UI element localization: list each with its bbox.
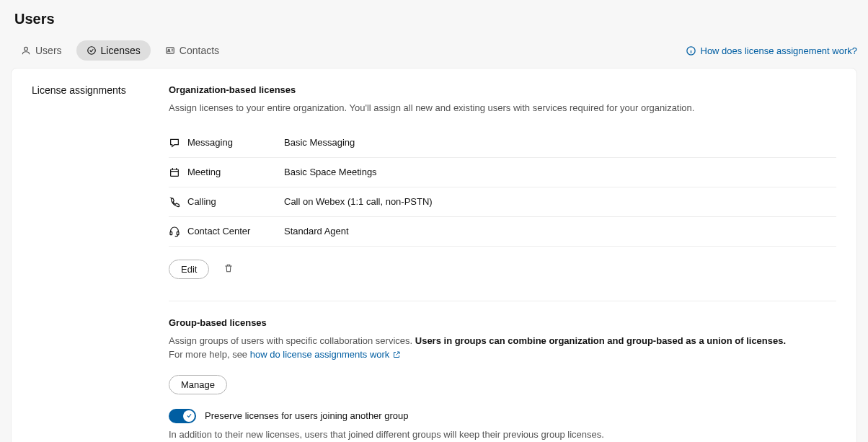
svg-point-1 xyxy=(87,47,95,55)
license-label-meeting: Meeting xyxy=(169,167,284,178)
svg-point-0 xyxy=(25,47,28,50)
calling-icon xyxy=(169,196,180,208)
section-body: Organization-based licenses Assign licen… xyxy=(169,84,836,440)
license-label-contact-center: Contact Center xyxy=(169,226,284,237)
help-link-label: How does license assignement work? xyxy=(701,45,858,56)
toggle-knob xyxy=(183,410,195,422)
license-row-meeting: Meeting Basic Space Meetings xyxy=(169,158,836,187)
tabs: Users Licenses Contacts xyxy=(11,40,229,61)
info-icon xyxy=(686,45,696,56)
svg-point-3 xyxy=(168,49,169,50)
how-do-license-assignments-work-link[interactable]: how do license assignments work xyxy=(250,348,402,362)
manage-button[interactable]: Manage xyxy=(169,375,227,394)
license-value-calling: Call on Webex (1:1 call, non-PSTN) xyxy=(284,196,433,207)
page-title: Users xyxy=(14,11,857,27)
trash-icon xyxy=(223,262,234,274)
license-row-contact-center: Contact Center Standard Agent xyxy=(169,217,836,247)
license-value-messaging: Basic Messaging xyxy=(284,137,355,148)
tab-contacts-label: Contacts xyxy=(180,45,219,56)
preserve-toggle-row: Preserve licenses for users joining anot… xyxy=(169,409,836,423)
external-link-icon xyxy=(392,350,401,359)
org-section-desc: Assign licenses to your entire organizat… xyxy=(169,101,836,115)
org-actions: Edit xyxy=(169,260,836,279)
tabs-row: Users Licenses Contacts How does license… xyxy=(11,40,857,61)
license-label-messaging: Messaging xyxy=(169,137,284,149)
edit-button[interactable]: Edit xyxy=(169,260,209,279)
meeting-icon xyxy=(169,167,180,178)
svg-rect-5 xyxy=(171,169,179,176)
license-row-messaging: Messaging Basic Messaging xyxy=(169,128,836,158)
org-section-title: Organization-based licenses xyxy=(169,84,836,95)
svg-rect-7 xyxy=(177,231,179,234)
license-value-meeting: Basic Space Meetings xyxy=(284,167,377,177)
group-section-title: Group-based licenses xyxy=(169,317,836,328)
user-icon xyxy=(21,45,31,56)
license-card: License assignments Organization-based l… xyxy=(11,68,857,442)
preserve-toggle[interactable] xyxy=(169,409,196,423)
id-card-icon xyxy=(165,45,175,56)
section-divider xyxy=(169,301,836,301)
tab-licenses-label: Licenses xyxy=(101,45,141,56)
svg-rect-6 xyxy=(170,231,172,234)
group-section-desc: Assign groups of users with specific col… xyxy=(169,334,836,362)
license-label-calling: Calling xyxy=(169,196,284,208)
headset-icon xyxy=(169,226,180,237)
preserve-toggle-desc: In addition to their new licenses, users… xyxy=(169,429,836,440)
license-value-contact-center: Standard Agent xyxy=(284,226,349,237)
messaging-icon xyxy=(169,137,180,149)
delete-button[interactable] xyxy=(221,260,236,279)
check-icon xyxy=(186,412,192,419)
check-circle-icon xyxy=(87,45,97,56)
preserve-toggle-label: Preserve licenses for users joining anot… xyxy=(205,410,409,421)
tab-users[interactable]: Users xyxy=(11,40,72,61)
section-left-heading: License assignments xyxy=(32,84,140,440)
help-link[interactable]: How does license assignement work? xyxy=(686,45,858,56)
tab-contacts[interactable]: Contacts xyxy=(155,40,229,61)
tab-users-label: Users xyxy=(35,45,62,56)
tab-licenses[interactable]: Licenses xyxy=(76,40,151,61)
license-row-calling: Calling Call on Webex (1:1 call, non-PST… xyxy=(169,187,836,217)
